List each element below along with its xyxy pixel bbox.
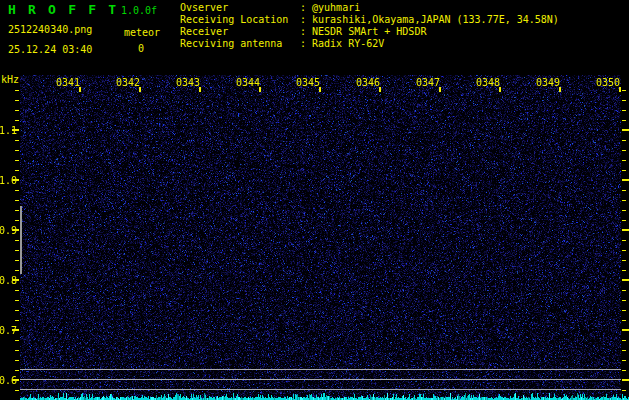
freq-minor-tick-left <box>15 250 19 251</box>
freq-minor-tick-right <box>622 350 626 351</box>
freq-minor-tick-right <box>622 170 626 171</box>
freq-minor-tick-right <box>622 270 626 271</box>
freq-minor-tick-left <box>15 120 19 121</box>
freq-major-tick-right <box>622 379 629 381</box>
freq-major-tick-left <box>12 129 19 131</box>
freq-minor-tick-right <box>622 90 626 91</box>
freq-minor-tick-right <box>622 190 626 191</box>
freq-minor-tick-left <box>15 370 19 371</box>
freq-minor-tick-left <box>15 190 19 191</box>
freq-major-tick-right <box>622 129 629 131</box>
freq-major-tick-right <box>622 329 629 331</box>
freq-minor-tick-left <box>15 310 19 311</box>
freq-minor-tick-right <box>622 310 626 311</box>
time-tick-label: 0342 <box>114 78 142 88</box>
freq-minor-tick-left <box>15 290 19 291</box>
time-minute-tick <box>499 87 501 92</box>
time-tick-label: 0343 <box>174 78 202 88</box>
freq-major-tick-left <box>12 229 19 231</box>
time-tick-label: 0347 <box>414 78 442 88</box>
axis-layer: 1.11.00.90.80.70.60341034203430344034503… <box>0 0 629 400</box>
freq-minor-tick-left <box>15 270 19 271</box>
freq-minor-tick-right <box>622 290 626 291</box>
freq-minor-tick-left <box>15 390 19 391</box>
freq-minor-tick-left <box>15 90 19 91</box>
freq-minor-tick-right <box>622 360 626 361</box>
time-tick-label: 0346 <box>354 78 382 88</box>
freq-minor-tick-left <box>15 340 19 341</box>
freq-minor-tick-left <box>15 260 19 261</box>
time-tick-label: 0348 <box>474 78 502 88</box>
freq-minor-tick-left <box>15 160 19 161</box>
freq-minor-tick-left <box>15 170 19 171</box>
freq-minor-tick-right <box>622 260 626 261</box>
hrofft-window: H R O F F T 1.0.0f 2512240340.png meteor… <box>0 0 629 400</box>
time-tick-label: 0344 <box>234 78 262 88</box>
freq-minor-tick-right <box>622 150 626 151</box>
freq-minor-tick-right <box>622 240 626 241</box>
freq-minor-tick-left <box>15 200 19 201</box>
time-minute-tick <box>619 87 621 92</box>
freq-major-tick-right <box>622 279 629 281</box>
time-minute-tick <box>259 87 261 92</box>
freq-major-tick-left <box>12 379 19 381</box>
freq-minor-tick-right <box>622 320 626 321</box>
freq-minor-tick-right <box>622 220 626 221</box>
freq-minor-tick-left <box>15 150 19 151</box>
time-tick-label: 0341 <box>54 78 82 88</box>
freq-minor-tick-left <box>15 220 19 221</box>
freq-minor-tick-right <box>622 100 626 101</box>
time-minute-tick <box>199 87 201 92</box>
time-tick-label: 0350 <box>594 78 622 88</box>
time-minute-tick <box>79 87 81 92</box>
time-tick-label: 0349 <box>534 78 562 88</box>
freq-minor-tick-right <box>622 370 626 371</box>
freq-minor-tick-right <box>622 140 626 141</box>
freq-minor-tick-right <box>622 250 626 251</box>
time-minute-tick <box>379 87 381 92</box>
time-minute-tick <box>439 87 441 92</box>
freq-minor-tick-left <box>15 100 19 101</box>
time-minute-tick <box>559 87 561 92</box>
time-minute-tick <box>319 87 321 92</box>
freq-minor-tick-left <box>15 140 19 141</box>
freq-minor-tick-right <box>622 300 626 301</box>
freq-major-tick-left <box>12 179 19 181</box>
freq-minor-tick-left <box>15 360 19 361</box>
freq-minor-tick-right <box>622 340 626 341</box>
freq-minor-tick-left <box>15 320 19 321</box>
time-minute-tick <box>139 87 141 92</box>
freq-major-tick-left <box>12 279 19 281</box>
freq-major-tick-right <box>622 229 629 231</box>
freq-minor-tick-right <box>622 210 626 211</box>
freq-minor-tick-right <box>622 110 626 111</box>
freq-minor-tick-left <box>15 300 19 301</box>
freq-minor-tick-left <box>15 240 19 241</box>
freq-minor-tick-right <box>622 160 626 161</box>
freq-minor-tick-right <box>622 390 626 391</box>
freq-minor-tick-left <box>15 210 19 211</box>
freq-major-tick-right <box>622 179 629 181</box>
freq-minor-tick-right <box>622 120 626 121</box>
freq-major-tick-left <box>12 329 19 331</box>
time-tick-label: 0345 <box>294 78 322 88</box>
freq-minor-tick-right <box>622 200 626 201</box>
freq-minor-tick-left <box>15 110 19 111</box>
freq-minor-tick-left <box>15 350 19 351</box>
